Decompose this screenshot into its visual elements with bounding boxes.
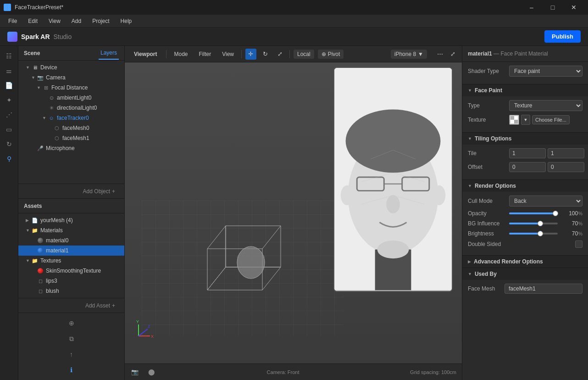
offset-x-input[interactable] bbox=[509, 162, 546, 172]
tree-item-material1[interactable]: material1 bbox=[18, 246, 124, 256]
tree-item-skintexture[interactable]: SkinSmoothingTexture bbox=[18, 266, 124, 276]
brightness-slider[interactable] bbox=[509, 233, 558, 235]
scene-tab-layers[interactable]: Layers bbox=[99, 47, 119, 60]
add-asset-button[interactable]: Add Asset + bbox=[82, 301, 119, 311]
left-icon-search[interactable]: ⚲ bbox=[3, 152, 16, 165]
close-button[interactable]: ✕ bbox=[563, 0, 584, 15]
menu-project[interactable]: Project bbox=[88, 16, 114, 26]
tree-label-yourmesh: yourMesh (4) bbox=[40, 217, 73, 224]
tree-item-facetracker[interactable]: ▼ ☺ faceTracker0 bbox=[18, 113, 124, 123]
transform-icon[interactable]: ✛ bbox=[245, 49, 256, 60]
mode-button[interactable]: Mode bbox=[170, 50, 191, 59]
menu-help[interactable]: Help bbox=[116, 16, 137, 26]
screenshot-icon[interactable]: 📷 bbox=[130, 368, 139, 377]
export-icon[interactable]: ↑ bbox=[65, 348, 78, 361]
layers-icon[interactable]: ⧉ bbox=[65, 332, 78, 345]
info-icon[interactable]: ℹ bbox=[65, 363, 78, 376]
tree-item-ambient[interactable]: ⊙ ambientLight0 bbox=[18, 93, 124, 103]
used-by-section-header[interactable]: ▼ Used By bbox=[462, 268, 588, 280]
shader-type-select[interactable]: Face paint bbox=[509, 66, 582, 77]
viewport-tab[interactable]: Viewport bbox=[128, 49, 162, 59]
offset-y-input[interactable] bbox=[548, 162, 584, 172]
menu-file[interactable]: File bbox=[4, 16, 22, 26]
double-sided-checkbox[interactable] bbox=[575, 240, 582, 248]
render-section-header[interactable]: ▼ Render Options bbox=[462, 179, 588, 192]
tile-y-input[interactable] bbox=[548, 148, 584, 158]
viewport-more-icon[interactable]: ⋯ bbox=[434, 49, 445, 60]
tree-label-directional: directionalLight0 bbox=[57, 105, 97, 111]
brightness-thumb[interactable] bbox=[538, 231, 543, 236]
texture-control: ▼ Choose File... bbox=[509, 115, 570, 125]
left-icon-assets[interactable]: 📄 bbox=[3, 79, 16, 92]
bg-influence-pct: % bbox=[578, 221, 582, 226]
tree-item-yourmesh[interactable]: ▶ 📄 yourMesh (4) bbox=[18, 215, 124, 225]
tree-item-focal[interactable]: ▼ ⊞ Focal Distance bbox=[18, 83, 124, 93]
tree-item-camera[interactable]: ▼ 📷 Camera bbox=[18, 73, 124, 83]
material-type-header: — Face Paint Material bbox=[494, 50, 548, 57]
tiling-section-body: Tile Offset bbox=[462, 145, 588, 179]
tiling-section-header[interactable]: ▼ Tiling Options bbox=[462, 132, 588, 145]
texture-chevron-icon: ▼ bbox=[524, 117, 528, 122]
tree-item-blush[interactable]: ◻ blush bbox=[18, 286, 124, 296]
minimize-button[interactable]: – bbox=[521, 0, 542, 15]
choose-file-button[interactable]: Choose File... bbox=[532, 115, 570, 124]
scale-icon[interactable]: ⤢ bbox=[275, 49, 286, 60]
texture-dropdown-btn[interactable]: ▼ bbox=[521, 115, 530, 125]
record-icon[interactable]: ⬤ bbox=[147, 368, 156, 377]
tree-item-microphone[interactable]: 🎤 Microphone bbox=[18, 143, 124, 153]
add-layer-icon[interactable]: ⊕ bbox=[65, 317, 78, 330]
tree-item-device[interactable]: ▼ 🖥 Device bbox=[18, 62, 124, 73]
advanced-render-section-header[interactable]: ▶ Advanced Render Options bbox=[462, 255, 588, 268]
tree-item-material0[interactable]: material0 bbox=[18, 235, 124, 246]
add-asset-bar: Add Asset + bbox=[18, 298, 124, 313]
tree-label-device: Device bbox=[40, 64, 57, 71]
cull-mode-control: Back bbox=[509, 196, 582, 207]
filter-button[interactable]: Filter bbox=[195, 50, 215, 59]
left-icon-rect[interactable]: ▭ bbox=[3, 123, 16, 136]
mesh0-icon: ⬡ bbox=[53, 124, 61, 132]
left-icon-refresh[interactable]: ↻ bbox=[3, 138, 16, 151]
tree-item-directional[interactable]: ✳ directionalLight0 bbox=[18, 103, 124, 113]
brand-name: Spark AR bbox=[21, 33, 50, 40]
menu-view[interactable]: View bbox=[44, 16, 65, 26]
viewport-content: X Y Z bbox=[125, 62, 462, 363]
maximize-button[interactable]: □ bbox=[542, 0, 563, 15]
tree-item-lips3[interactable]: ◻ lips3 bbox=[18, 276, 124, 286]
dirlight-icon: ✳ bbox=[48, 104, 55, 112]
view-button[interactable]: View bbox=[218, 50, 238, 59]
menu-add[interactable]: Add bbox=[67, 16, 86, 26]
type-label: Type bbox=[468, 102, 509, 109]
type-select[interactable]: Texture bbox=[509, 100, 582, 111]
tiling-arrow: ▼ bbox=[468, 136, 472, 141]
tree-item-facemesh1[interactable]: ⬡ faceMesh1 bbox=[18, 133, 124, 143]
left-icon-grid[interactable]: ⋰ bbox=[3, 108, 16, 121]
tree-item-materials[interactable]: ▼ 📁 Materials bbox=[18, 225, 124, 235]
device-select[interactable]: iPhone 8 ▼ bbox=[391, 50, 427, 59]
publish-button[interactable]: Publish bbox=[544, 30, 581, 43]
local-button[interactable]: Local bbox=[294, 50, 314, 59]
face-paint-section-header[interactable]: ▼ Face Paint bbox=[462, 84, 588, 96]
offset-inputs bbox=[509, 162, 584, 172]
left-icon-layers[interactable]: ⚌ bbox=[3, 64, 16, 77]
tree-item-textures[interactable]: ▼ 📁 Textures bbox=[18, 256, 124, 266]
viewport-expand-icon[interactable]: ⤢ bbox=[447, 49, 458, 60]
rotate-icon[interactable]: ↻ bbox=[260, 49, 271, 60]
menu-edit[interactable]: Edit bbox=[23, 16, 42, 26]
cull-mode-label: Cull Mode bbox=[468, 198, 509, 204]
tree-label-textures: Textures bbox=[40, 257, 61, 264]
file-icon: 📄 bbox=[31, 217, 39, 224]
bg-influence-thumb[interactable] bbox=[538, 221, 543, 226]
tree-label-facetracker: faceTracker0 bbox=[57, 115, 89, 121]
scene-header: Scene Layers bbox=[18, 46, 124, 61]
left-icon-effects[interactable]: ✦ bbox=[3, 94, 16, 106]
cull-mode-select[interactable]: Back bbox=[509, 196, 582, 207]
opacity-slider[interactable] bbox=[509, 212, 558, 214]
texture-swatch[interactable] bbox=[509, 115, 519, 125]
bg-influence-slider[interactable] bbox=[509, 223, 558, 224]
pivot-button[interactable]: ⊕ Pivot bbox=[318, 50, 344, 59]
tile-x-input[interactable] bbox=[509, 148, 546, 158]
opacity-thumb[interactable] bbox=[553, 211, 558, 216]
tree-item-facemesh0[interactable]: ⬡ faceMesh0 bbox=[18, 123, 124, 133]
left-icon-scene[interactable]: ☷ bbox=[3, 50, 16, 62]
add-object-button[interactable]: Add Object + bbox=[79, 186, 119, 196]
